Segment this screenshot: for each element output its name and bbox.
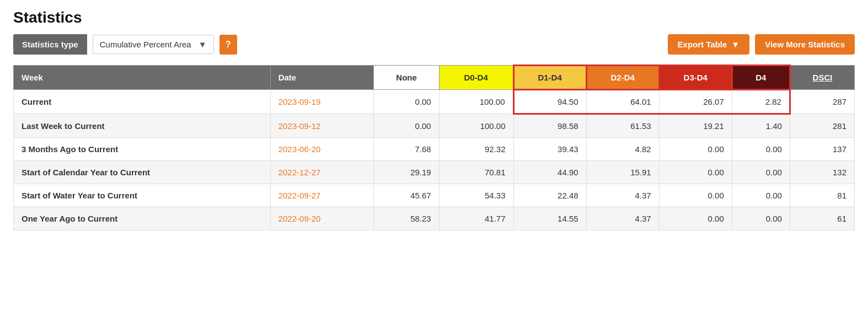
page-title: Statistics (13, 9, 855, 26)
none-cell: 58.23 (374, 207, 439, 230)
d3d4-cell: 0.00 (659, 184, 732, 207)
dsci-cell: 137 (790, 138, 854, 161)
table-row: One Year Ago to Current2022-09-2058.2341… (14, 207, 855, 230)
table-header-row: Week Date None D0-D4 D1-D4 D2-D4 D3-D4 D… (14, 66, 855, 90)
d1d4-cell: 94.50 (513, 90, 586, 114)
dropdown-arrow-icon: ▼ (731, 40, 740, 49)
date-cell[interactable]: 2023-06-20 (270, 138, 374, 161)
d3d4-cell: 0.00 (659, 207, 732, 230)
export-label: Export Table (678, 40, 727, 49)
d2d4-header: D2-D4 (586, 66, 659, 90)
table-row: Last Week to Current2023-09-120.00100.00… (14, 114, 855, 138)
d4-cell: 1.40 (732, 114, 790, 138)
stat-type-dropdown[interactable]: Cumulative Percent Area ▼ (93, 35, 214, 54)
d1d4-cell: 22.48 (513, 184, 586, 207)
d3d4-header: D3-D4 (659, 66, 732, 90)
table-row: Start of Calendar Year to Current2022-12… (14, 161, 855, 184)
none-cell: 0.00 (374, 90, 439, 114)
dsci-cell: 81 (790, 184, 854, 207)
none-cell: 0.00 (374, 114, 439, 138)
week-header: Week (14, 66, 271, 90)
d2d4-cell: 4.37 (586, 207, 659, 230)
dsci-cell: 61 (790, 207, 854, 230)
d0d4-header: D0-D4 (439, 66, 513, 90)
stat-type-value: Cumulative Percent Area (100, 40, 191, 49)
date-cell[interactable]: 2023-09-12 (270, 114, 374, 138)
d3d4-cell: 26.07 (659, 90, 732, 114)
d4-cell: 0.00 (732, 184, 790, 207)
none-cell: 45.67 (374, 184, 439, 207)
week-cell: One Year Ago to Current (14, 207, 271, 230)
d1d4-cell: 44.90 (513, 161, 586, 184)
table-row: 3 Months Ago to Current2023-06-207.6892.… (14, 138, 855, 161)
none-cell: 7.68 (374, 138, 439, 161)
d0d4-cell: 41.77 (439, 207, 513, 230)
dsci-cell: 281 (790, 114, 854, 138)
d3d4-cell: 19.21 (659, 114, 732, 138)
d0d4-cell: 100.00 (439, 114, 513, 138)
d0d4-cell: 70.81 (439, 161, 513, 184)
view-more-statistics-button[interactable]: View More Statistics (755, 34, 855, 55)
dsci-cell: 287 (790, 90, 854, 114)
statistics-table: Week Date None D0-D4 D1-D4 D2-D4 D3-D4 D… (13, 65, 855, 230)
d4-cell: 0.00 (732, 161, 790, 184)
week-cell: Start of Calendar Year to Current (14, 161, 271, 184)
d4-header: D4 (732, 66, 790, 90)
date-cell[interactable]: 2023-09-19 (270, 90, 374, 114)
d4-cell: 2.82 (732, 90, 790, 114)
d2d4-cell: 4.37 (586, 184, 659, 207)
week-cell: Last Week to Current (14, 114, 271, 138)
d4-cell: 0.00 (732, 138, 790, 161)
toolbar: Statistics type Cumulative Percent Area … (13, 34, 855, 55)
date-cell[interactable]: 2022-09-27 (270, 184, 374, 207)
none-header: None (374, 66, 439, 90)
table-row: Start of Water Year to Current2022-09-27… (14, 184, 855, 207)
d3d4-cell: 0.00 (659, 161, 732, 184)
date-header: Date (270, 66, 374, 90)
d2d4-cell: 64.01 (586, 90, 659, 114)
d2d4-cell: 4.82 (586, 138, 659, 161)
d1d4-cell: 14.55 (513, 207, 586, 230)
dsci-cell: 132 (790, 161, 854, 184)
help-button[interactable]: ? (219, 35, 237, 55)
d4-cell: 0.00 (732, 207, 790, 230)
d1d4-cell: 98.58 (513, 114, 586, 138)
none-cell: 29.19 (374, 161, 439, 184)
d0d4-cell: 100.00 (439, 90, 513, 114)
chevron-down-icon: ▼ (199, 40, 207, 49)
week-cell: Current (14, 90, 271, 114)
d3d4-cell: 0.00 (659, 138, 732, 161)
date-cell[interactable]: 2022-12-27 (270, 161, 374, 184)
date-cell[interactable]: 2022-09-20 (270, 207, 374, 230)
d2d4-cell: 61.53 (586, 114, 659, 138)
table-body: Current2023-09-190.00100.0094.5064.0126.… (14, 90, 855, 230)
d1d4-cell: 39.43 (513, 138, 586, 161)
d1d4-header: D1-D4 (513, 66, 586, 90)
stat-type-label: Statistics type (13, 34, 87, 55)
d0d4-cell: 92.32 (439, 138, 513, 161)
dsci-header: DSCI (790, 66, 854, 90)
table-row: Current2023-09-190.00100.0094.5064.0126.… (14, 90, 855, 114)
week-cell: 3 Months Ago to Current (14, 138, 271, 161)
d0d4-cell: 54.33 (439, 184, 513, 207)
week-cell: Start of Water Year to Current (14, 184, 271, 207)
export-table-button[interactable]: Export Table ▼ (668, 34, 750, 55)
d2d4-cell: 15.91 (586, 161, 659, 184)
